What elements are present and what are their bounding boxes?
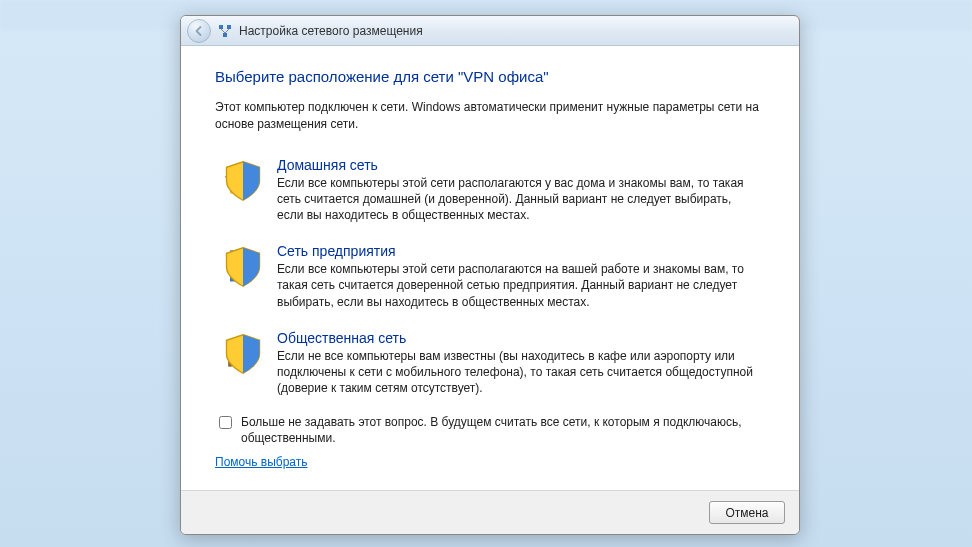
shield-icon (221, 332, 265, 376)
svg-rect-5 (227, 25, 231, 29)
network-location-dialog: Настройка сетевого размещения Выберите р… (180, 15, 800, 535)
cancel-button[interactable]: Отмена (709, 501, 785, 524)
dialog-footer: Отмена (181, 490, 799, 534)
back-button[interactable] (187, 19, 211, 43)
option-desc: Если не все компьютеры вам известны (вы … (277, 348, 761, 397)
shield-icon (221, 245, 265, 289)
dont-ask-again-row[interactable]: Больше не задавать этот вопрос. В будуще… (215, 414, 765, 446)
option-title: Общественная сеть (277, 330, 761, 346)
network-icon (217, 23, 233, 39)
work-network-icon (219, 243, 263, 287)
option-title: Домашняя сеть (277, 157, 761, 173)
dont-ask-again-checkbox[interactable] (219, 416, 232, 429)
option-desc: Если все компьютеры этой сети располагаю… (277, 175, 761, 224)
intro-text: Этот компьютер подключен к сети. Windows… (215, 99, 765, 133)
public-network-icon (219, 330, 263, 374)
option-home-network[interactable]: Домашняя сеть Если все компьютеры этой с… (215, 151, 765, 238)
help-me-choose-link[interactable]: Помочь выбрать (215, 455, 308, 469)
dont-ask-again-label: Больше не задавать этот вопрос. В будуще… (241, 414, 765, 446)
svg-rect-6 (223, 33, 227, 37)
home-network-icon (219, 157, 263, 201)
svg-rect-4 (219, 25, 223, 29)
option-desc: Если все компьютеры этой сети располагаю… (277, 261, 761, 310)
svg-line-7 (221, 29, 225, 33)
dialog-content: Выберите расположение для сети "VPN офис… (181, 46, 799, 490)
titlebar: Настройка сетевого размещения (181, 16, 799, 46)
shield-icon (221, 159, 265, 203)
option-title: Сеть предприятия (277, 243, 761, 259)
window-title: Настройка сетевого размещения (239, 24, 423, 38)
back-arrow-icon (193, 25, 205, 37)
svg-line-8 (225, 29, 229, 33)
page-heading: Выберите расположение для сети "VPN офис… (215, 68, 765, 85)
option-work-network[interactable]: Сеть предприятия Если все компьютеры это… (215, 237, 765, 324)
option-public-network[interactable]: Общественная сеть Если не все компьютеры… (215, 324, 765, 411)
